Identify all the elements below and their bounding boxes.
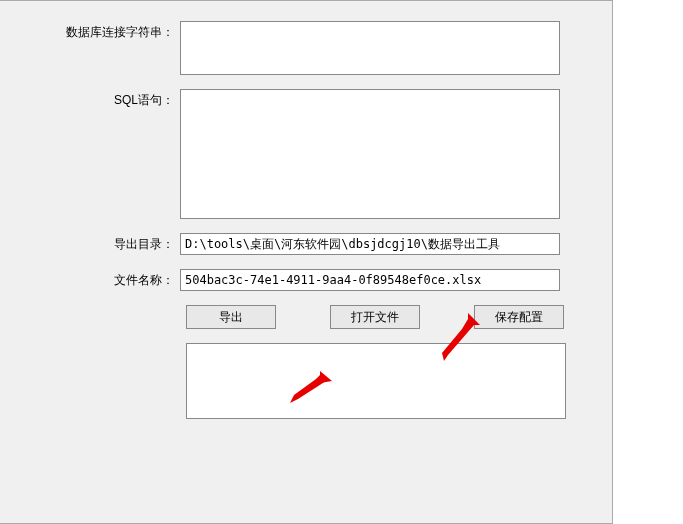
label-file-name: 文件名称： (10, 272, 180, 289)
row-sql: SQL语句： (10, 89, 582, 219)
input-file-name[interactable] (180, 269, 560, 291)
label-db-conn: 数据库连接字符串： (10, 21, 180, 41)
form-panel: 数据库连接字符串： SQL语句： 导出目录： 文件名称： 导出 打开文件 保存配… (0, 0, 613, 524)
input-sql[interactable] (180, 89, 560, 219)
label-export-dir: 导出目录： (10, 236, 180, 253)
input-db-conn[interactable] (180, 21, 560, 75)
row-export-dir: 导出目录： (10, 233, 582, 255)
save-config-button[interactable]: 保存配置 (474, 305, 564, 329)
input-export-dir[interactable] (180, 233, 560, 255)
export-button[interactable]: 导出 (186, 305, 276, 329)
row-db-conn: 数据库连接字符串： (10, 21, 582, 75)
label-sql: SQL语句： (10, 89, 180, 109)
button-row: 导出 打开文件 保存配置 (186, 305, 582, 329)
row-file-name: 文件名称： (10, 269, 582, 291)
log-output[interactable] (186, 343, 566, 419)
open-file-button[interactable]: 打开文件 (330, 305, 420, 329)
